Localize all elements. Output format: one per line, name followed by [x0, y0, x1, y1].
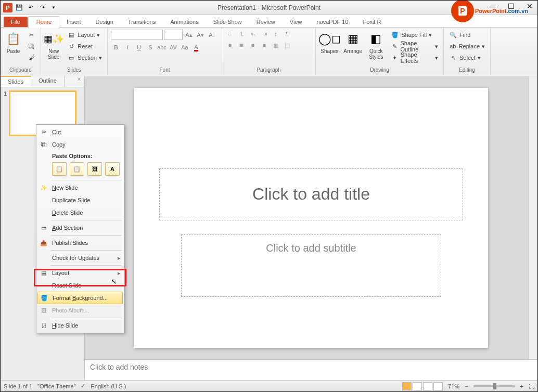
subtitle-placeholder[interactable]: Click to add subtitle — [181, 234, 441, 297]
group-clipboard-label: Clipboard — [4, 66, 37, 74]
cm-delete-slide[interactable]: Delete Slide — [36, 206, 124, 219]
cm-check-updates[interactable]: Check for Updates▸ — [36, 252, 124, 264]
slide-canvas[interactable]: Click to add title Click to add subtitle — [134, 88, 488, 348]
nav-tab-slides[interactable]: Slides — [1, 76, 31, 87]
tab-view[interactable]: View — [283, 17, 310, 27]
tab-file[interactable]: File — [4, 17, 28, 27]
tab-review[interactable]: Review — [249, 17, 283, 27]
zoom-in-button[interactable]: + — [520, 383, 523, 389]
cm-duplicate-slide[interactable]: Duplicate Slide — [36, 194, 124, 206]
shadow-button[interactable]: abc — [157, 42, 167, 53]
font-size-combo[interactable] — [164, 30, 183, 40]
brush-icon: 🖌 — [27, 54, 35, 62]
line-spacing-button[interactable]: ↕ — [271, 30, 280, 38]
reading-view-button[interactable] — [423, 382, 432, 390]
arrange-button[interactable]: ▦Arrange — [342, 30, 364, 55]
align-left-button[interactable]: ≡ — [225, 41, 235, 49]
tab-home[interactable]: Home — [29, 16, 59, 28]
nav-tab-outline[interactable]: Outline — [31, 76, 65, 87]
font-color-button[interactable]: A — [191, 42, 201, 53]
cm-hide-slide[interactable]: ⍁Hide Slide — [36, 319, 124, 332]
font-family-combo[interactable] — [111, 30, 163, 40]
cm-publish-slides[interactable]: 📤Publish Slides — [36, 237, 124, 249]
replace-button[interactable]: abReplace ▾ — [447, 41, 487, 51]
decrease-indent-button[interactable]: ⇤ — [248, 30, 258, 38]
paste-opt-source[interactable]: 📋 — [70, 162, 84, 176]
bold-button[interactable]: B — [111, 42, 121, 53]
strike-button[interactable]: S — [145, 42, 156, 53]
paste-button[interactable]: 📋Paste — [4, 30, 23, 55]
smartart-button[interactable]: ⬚ — [283, 41, 292, 49]
underline-button[interactable]: U — [134, 42, 144, 53]
save-icon[interactable]: 💾 — [14, 3, 24, 13]
align-center-button[interactable]: ≡ — [237, 41, 246, 49]
paste-opt-picture[interactable]: 🖼 — [87, 162, 102, 176]
section-button[interactable]: ▭Section ▾ — [65, 53, 104, 63]
increase-indent-button[interactable]: ⇥ — [260, 30, 269, 38]
shapes-button[interactable]: ◯◻Shapes — [319, 30, 340, 55]
cm-format-background[interactable]: 🪣Format Background... — [37, 292, 123, 304]
normal-view-button[interactable] — [402, 382, 412, 390]
cm-add-section[interactable]: ▭Add Section — [36, 221, 124, 234]
undo-icon[interactable]: ↶ — [25, 3, 36, 13]
cm-cut[interactable]: ✂Cut — [36, 126, 124, 138]
redo-icon[interactable]: ↷ — [37, 3, 47, 13]
justify-button[interactable]: ≡ — [260, 41, 269, 49]
shape-effects-button[interactable]: ✦Shape Effects ▾ — [389, 53, 440, 63]
layout-button[interactable]: ▤Layout ▾ — [65, 30, 104, 40]
shape-outline-button[interactable]: ✎Shape Outline ▾ — [389, 41, 440, 51]
title-placeholder[interactable]: Click to add title — [159, 168, 463, 220]
status-lang[interactable]: English (U.S.) — [91, 383, 126, 389]
reset-button[interactable]: ↺Reset — [65, 41, 104, 51]
tab-novapdf[interactable]: novaPDF 10 — [309, 17, 355, 27]
tab-foxit[interactable]: Foxit R — [356, 17, 389, 27]
section-icon: ▭ — [39, 223, 49, 232]
tab-transitions[interactable]: Transitions — [121, 17, 163, 27]
char-spacing-button[interactable]: AV — [168, 42, 178, 53]
zoom-out-button[interactable]: − — [465, 383, 468, 389]
tab-design[interactable]: Design — [88, 17, 121, 27]
text-direction-button[interactable]: ¶ — [283, 30, 292, 38]
find-button[interactable]: 🔍Find — [447, 30, 487, 40]
shape-fill-button[interactable]: 🪣Shape Fill ▾ — [389, 30, 440, 40]
bullets-button[interactable]: ≡ — [225, 30, 235, 38]
clear-format-button[interactable]: Aͯ — [207, 30, 217, 40]
slideshow-view-button[interactable] — [433, 382, 443, 390]
numbering-button[interactable]: ⒈ — [237, 30, 246, 38]
nav-close-button[interactable]: × — [74, 76, 84, 87]
quick-styles-button[interactable]: ◧Quick Styles — [365, 30, 387, 61]
tab-animations[interactable]: Animations — [163, 17, 206, 27]
paste-opt-theme[interactable]: 📋 — [52, 162, 67, 176]
shrink-font-button[interactable]: A▾ — [195, 30, 206, 40]
notes-pane[interactable]: Click to add notes — [85, 359, 537, 380]
app-icon[interactable]: P — [3, 3, 13, 13]
copy-button[interactable]: ⿻ — [25, 41, 37, 51]
columns-button[interactable]: ▥ — [271, 41, 280, 49]
group-font-label: Font — [111, 66, 219, 74]
change-case-button[interactable]: Aa — [180, 42, 190, 53]
align-right-button[interactable]: ≡ — [248, 41, 258, 49]
fill-icon: 🪣 — [391, 31, 399, 39]
paste-opt-text[interactable]: A — [105, 162, 120, 176]
vertical-scrollbar[interactable] — [528, 76, 537, 359]
reset-icon: ↺ — [67, 42, 75, 50]
new-slide-icon: ▦✨ — [45, 31, 62, 47]
grow-font-button[interactable]: A▴ — [184, 30, 194, 40]
fit-to-window-button[interactable]: ⛶ — [529, 383, 534, 389]
spellcheck-icon[interactable]: ✓ — [81, 383, 85, 389]
sorter-view-button[interactable] — [413, 382, 422, 390]
format-painter-button[interactable]: 🖌 — [25, 53, 37, 63]
new-slide-button[interactable]: ▦✨New Slide — [44, 30, 63, 61]
zoom-level[interactable]: 71% — [448, 383, 459, 389]
select-button[interactable]: ↖Select ▾ — [447, 53, 487, 63]
cut-button[interactable]: ✂ — [25, 30, 37, 40]
cm-copy[interactable]: ⿻Copy — [36, 138, 124, 151]
cm-new-slide[interactable]: ✨New Slide — [36, 181, 124, 194]
zoom-slider[interactable] — [473, 385, 515, 387]
cm-photo-album: 🖼Photo Album... — [36, 304, 124, 317]
tab-insert[interactable]: Insert — [59, 17, 88, 27]
italic-button[interactable]: I — [122, 42, 133, 53]
tab-slideshow[interactable]: Slide Show — [206, 17, 249, 27]
replace-icon: ab — [449, 42, 457, 50]
qat-dropdown-icon[interactable]: ▼ — [48, 3, 59, 13]
